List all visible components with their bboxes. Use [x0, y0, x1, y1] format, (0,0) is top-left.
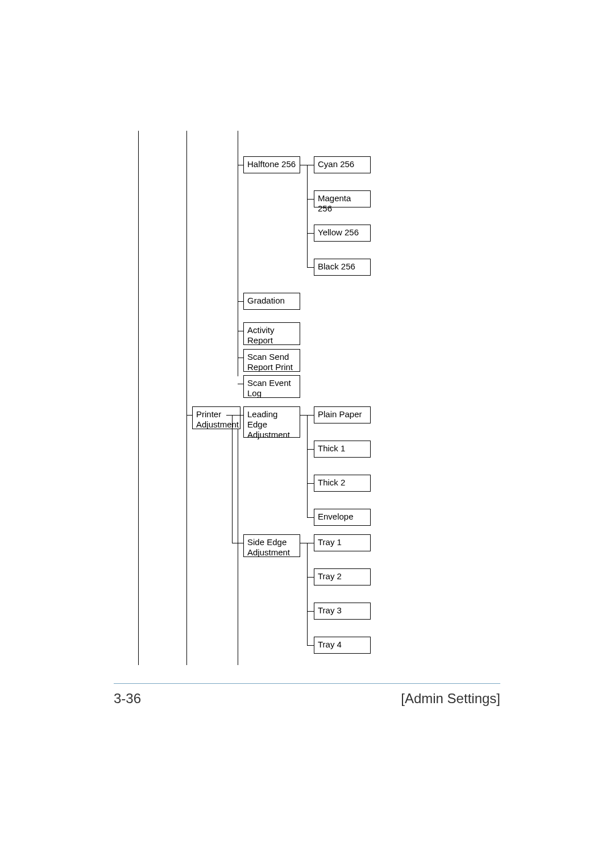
trunk-printer-inner [232, 415, 233, 512]
node-scan-send-report-print: Scan Send Report Print [243, 349, 300, 372]
footer-divider [114, 683, 500, 684]
conn-gradation [238, 301, 243, 302]
conn-printer-left [186, 415, 192, 416]
node-magenta-256: Magenta 256 [314, 190, 371, 207]
conn-plain [307, 415, 314, 416]
page-number: 3-36 [114, 691, 141, 707]
conn-side-right [300, 543, 307, 543]
trunk-leading-children [307, 415, 308, 517]
node-cyan-256: Cyan 256 [314, 156, 371, 173]
page-canvas: Halftone 256 Cyan 256 Magenta 256 Yellow… [0, 0, 614, 868]
conn-halftone-left [238, 165, 243, 165]
node-leading-edge-adjustment: Leading Edge Adjustment [243, 406, 300, 438]
conn-side-left2 [238, 543, 243, 543]
conn-magenta [307, 199, 314, 200]
node-side-edge-adjustment: Side Edge Adjustment [243, 534, 300, 557]
node-envelope: Envelope [314, 509, 371, 526]
conn-leading-left1 [232, 415, 238, 416]
trunk-col3-upper [238, 131, 238, 376]
node-printer-adjustment: Printer Adjustment [192, 406, 240, 429]
node-thick-1: Thick 1 [314, 441, 371, 458]
node-tray-3: Tray 3 [314, 603, 371, 620]
conn-cyan [307, 165, 314, 165]
conn-tray3 [307, 611, 314, 612]
conn-scanevent [238, 384, 243, 384]
conn-envelope [307, 517, 314, 518]
conn-halftone-right [300, 165, 307, 165]
trunk-side-children [307, 543, 308, 645]
conn-tray4 [307, 645, 314, 646]
trunk-cmyk [307, 165, 308, 267]
node-tray-2: Tray 2 [314, 568, 371, 585]
conn-printer-right [226, 415, 232, 416]
node-tray-1: Tray 1 [314, 534, 371, 551]
conn-thick1 [307, 449, 314, 450]
conn-leading-right [300, 415, 307, 416]
conn-scansend [238, 358, 243, 358]
node-halftone-256: Halftone 256 [243, 156, 300, 173]
section-title: [Admin Settings] [401, 691, 500, 707]
node-thick-2: Thick 2 [314, 475, 371, 492]
conn-tray2 [307, 577, 314, 578]
node-gradation: Gradation [243, 293, 300, 310]
node-black-256: Black 256 [314, 259, 371, 276]
node-activity-report: Activity Report [243, 322, 300, 345]
trunk-col1 [138, 131, 139, 665]
node-scan-event-log: Scan Event Log [243, 375, 300, 398]
conn-activity [238, 331, 243, 331]
node-plain-paper: Plain Paper [314, 406, 371, 423]
trunk-col2 [186, 131, 187, 665]
conn-black [307, 267, 314, 268]
node-yellow-256: Yellow 256 [314, 225, 371, 242]
node-tray-4: Tray 4 [314, 637, 371, 654]
conn-tray1 [307, 543, 314, 543]
conn-leading-left2 [238, 415, 243, 416]
trunk-col3-lower [238, 406, 238, 665]
trunk-printer-inner-ext [232, 512, 233, 543]
conn-yellow [307, 233, 314, 234]
conn-side-left1 [232, 543, 238, 543]
conn-thick2 [307, 483, 314, 484]
